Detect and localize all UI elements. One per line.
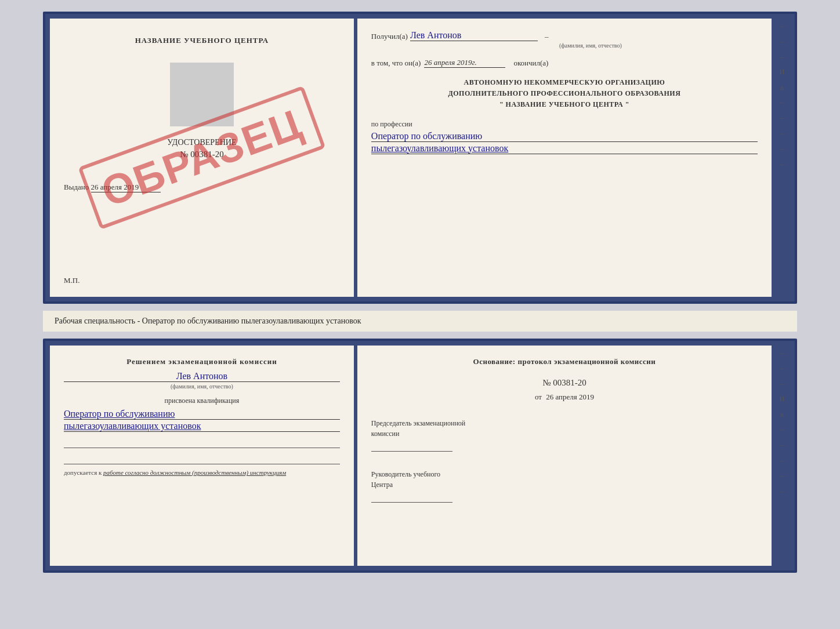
protocol-date-prefix: от — [535, 392, 542, 401]
cert-spread-top: НАЗВАНИЕ УЧЕБНОГО ЦЕНТРА ОБРАЗЕЦ УДОСТОВ… — [43, 12, 797, 304]
cert-page-right-bottom: Основание: протокол экзаменационной коми… — [357, 346, 772, 566]
basis-title: Основание: протокол экзаменационной коми… — [371, 357, 758, 366]
completed-prefix: в том, что он(а) — [371, 59, 421, 68]
cert-issued-label: Выдано 26 апреля 2019 — [64, 183, 340, 192]
edge-mark-b6: – — [774, 468, 790, 483]
edge-mark-5: – — [774, 126, 790, 141]
chairman-signature — [371, 441, 452, 452]
edge-mark-И: И — [774, 64, 790, 79]
right-edge-top: – – – И а ← – – – – — [774, 19, 790, 297]
edge-mark-а: а — [774, 80, 790, 95]
edge-mark-bИ: И — [774, 391, 790, 406]
org-block: АВТОНОМНУЮ НЕКОММЕРЧЕСКУЮ ОРГАНИЗАЦИЮ ДО… — [371, 77, 758, 111]
received-line: Получил(а) Лев Антонов – — [371, 30, 758, 41]
training-center-title: НАЗВАНИЕ УЧЕБНОГО ЦЕНТРА — [64, 36, 340, 45]
director-signature — [371, 492, 452, 503]
completed-line: в том, что он(а) 26 апреля 2019г. окончи… — [371, 58, 758, 68]
qualification-line1: Оператор по обслуживанию — [64, 409, 340, 420]
cert-type-label: УДОСТОВЕРЕНИЕ — [64, 138, 340, 147]
assigned-label: присвоена квалификация — [64, 397, 340, 405]
dash-after-name: – — [545, 32, 549, 41]
profession-label: по профессии — [371, 120, 758, 129]
cert-page-left-top: НАЗВАНИЕ УЧЕБНОГО ЦЕНТРА ОБРАЗЕЦ УДОСТОВ… — [50, 19, 355, 297]
org-line2: ДОПОЛНИТЕЛЬНОГО ПРОФЕССИОНАЛЬНОГО ОБРАЗО… — [371, 88, 758, 99]
edge-mark-1: – — [774, 19, 790, 34]
photo-placeholder — [170, 63, 234, 126]
completed-suffix: окончил(а) — [513, 59, 548, 68]
edge-mark-3: – — [774, 49, 790, 64]
chairman-line1: Председатель экзаменационной — [371, 418, 758, 428]
director-line2: Центра — [371, 479, 758, 490]
edge-mark-b3: – — [774, 376, 790, 391]
protocol-number: № 00381-20 — [371, 378, 758, 388]
edge-mark-7: – — [774, 157, 790, 172]
edge-mark-b5: – — [774, 453, 790, 468]
profession-line1: Оператор по обслуживанию — [371, 131, 758, 142]
org-line1: АВТОНОМНУЮ НЕКОММЕРЧЕСКУЮ ОРГАНИЗАЦИЮ — [371, 77, 758, 88]
mp-label: М.П. — [64, 276, 79, 285]
protocol-date: от 26 апреля 2019 — [371, 392, 758, 402]
edge-mark-b2: – — [774, 361, 790, 376]
profession-line2: пылегазоулавливающих установок — [371, 143, 758, 154]
issued-prefix: Выдано — [64, 183, 89, 191]
document-wrapper: НАЗВАНИЕ УЧЕБНОГО ЦЕНТРА ОБРАЗЕЦ УДОСТОВ… — [43, 12, 797, 573]
edge-mark-barrow: ← — [774, 422, 790, 437]
cert-page-right-top: Получил(а) Лев Антонов – (фамилия, имя, … — [357, 19, 772, 297]
cert-page-left-bottom: Решением экзаменационной комиссии Лев Ан… — [50, 346, 355, 566]
edge-mark-4: – — [774, 110, 790, 125]
issued-date: 26 апреля 2019 — [91, 183, 161, 192]
допускается-line: допускается к работе согласно должностны… — [64, 469, 340, 476]
right-edge-bottom: – – – И а ← – – – – — [774, 346, 790, 566]
cert-spread-bottom: Решением экзаменационной комиссии Лев Ан… — [43, 339, 797, 573]
org-line3: " НАЗВАНИЕ УЧЕБНОГО ЦЕНТРА " — [371, 99, 758, 110]
received-prefix: Получил(а) — [371, 32, 408, 41]
director-line1: Руководитель учебного — [371, 469, 758, 479]
допускается-value: работе согласно должностным (производств… — [103, 469, 286, 476]
decision-name: Лев Антонов — [64, 371, 340, 382]
допускается-prefix: допускается к — [64, 469, 102, 476]
cert-number: № 00381-20 — [64, 150, 340, 159]
qualification-line2: пылегазоулавливающих установок — [64, 421, 340, 432]
blank-line-1 — [64, 437, 340, 448]
fio-hint-bottom: (фамилия, имя, отчество) — [64, 383, 340, 390]
edge-mark-b1: – — [774, 346, 790, 361]
chairman-line2: комиссии — [371, 428, 758, 439]
middle-label: Рабочая специальность - Оператор по обсл… — [43, 311, 797, 332]
chairman-label: Председатель экзаменационной комиссии — [371, 418, 758, 452]
edge-mark-b7: – — [774, 483, 790, 499]
fio-hint-top: (фамилия, имя, отчество) — [423, 42, 758, 49]
edge-mark-arrow: ← — [774, 95, 790, 110]
edge-mark-b4: – — [774, 437, 790, 452]
protocol-date-value: 26 апреля 2019 — [546, 392, 594, 401]
edge-mark-6: – — [774, 141, 790, 156]
director-label: Руководитель учебного Центра — [371, 469, 758, 503]
edge-mark-bа: а — [774, 407, 790, 422]
edge-mark-2: – — [774, 34, 790, 49]
blank-line-2 — [64, 453, 340, 464]
decision-title: Решением экзаменационной комиссии — [64, 357, 340, 366]
received-name: Лев Антонов — [410, 30, 538, 41]
completed-date: 26 апреля 2019г. — [424, 58, 505, 68]
